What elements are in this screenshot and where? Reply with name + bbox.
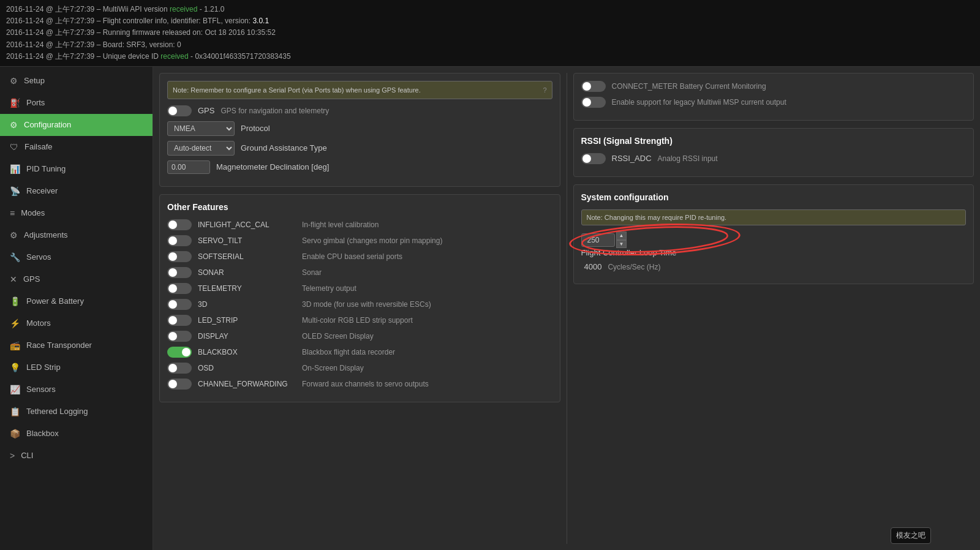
softserial-name: SOFTSERIAL [198,252,296,261]
osd-toggle[interactable] [167,363,192,374]
legacy-toggle[interactable] [581,97,606,108]
sidebar-label-setup: Setup [24,76,45,85]
sidebar-item-sensors[interactable]: 📈 Sensors [0,379,153,401]
feature-row-3d: 3D 3D mode (for use with reversible ESCs… [167,299,552,310]
sidebar: ⚙ Setup ⛽ Ports ⚙ Configuration 🛡 Failsa… [0,67,153,550]
protocol-label: Protocol [241,124,270,133]
other-features-section: Other Features INFLIGHT_ACC_CAL In-fligh… [159,194,560,402]
loop-time-input[interactable] [581,233,615,247]
sys-config-title: System configuration [581,192,967,202]
sidebar-label-led: LED Strip [26,363,61,372]
channel-fwd-name: CHANNEL_FORWARDING [198,380,296,388]
hz-row: 4000 Cycles/Sec (Hz) [581,262,967,271]
sidebar-item-led-strip[interactable]: 💡 LED Strip [0,356,153,379]
adjustments-icon: ⚙ [10,230,18,240]
gps-toggle-desc: GPS for navigation and telemetry [221,107,329,115]
sidebar-item-servos[interactable]: 🔧 Servos [0,246,153,268]
rssi-toggle[interactable] [581,153,606,164]
sidebar-item-race-transponder[interactable]: 📻 Race Transponder [0,334,153,356]
watermark: 模友之吧 [891,527,931,544]
ground-assist-label: Ground Assistance Type [241,143,327,153]
blackbox-icon: 📦 [10,429,20,439]
sidebar-label-configuration: Configuration [24,120,71,129]
channel-fwd-desc: Forward aux channels to servo outputs [302,380,429,388]
log-line-1: 2016-11-24 @ 上午7:27:39 – MultiWii API ve… [6,4,974,15]
rssi-desc: Analog RSSI input [658,154,718,163]
feature-row-inflight: INFLIGHT_ACC_CAL In-flight level calibra… [167,219,552,230]
sidebar-item-tethered-logging[interactable]: 📋 Tethered Logging [0,401,153,423]
sidebar-item-motors[interactable]: ⚡ Motors [0,312,153,334]
sonar-desc: Sonar [302,268,322,277]
sidebar-item-receiver[interactable]: 📡 Receiver [0,180,153,202]
servo-tilt-name: SERVO_TILT [198,236,296,245]
sidebar-label-sensors: Sensors [26,385,56,394]
loop-time-up-button[interactable]: ▲ [616,232,627,240]
sidebar-label-modes: Modes [21,208,45,217]
display-name: DISPLAY [198,332,296,341]
ground-assist-select[interactable]: Auto-detect None GPS GLONASS [167,141,235,156]
loop-time-down-button[interactable]: ▼ [616,240,627,249]
legacy-label: Enable support for legacy Multiwii MSP c… [612,98,786,107]
mag-dec-input[interactable] [167,160,210,174]
left-panel: Note: Remember to configure a Serial Por… [159,73,567,544]
sidebar-label-ports: Ports [26,98,45,107]
battery-toggle-row: CONNECT_METER Battery Current Monitoring [581,81,967,92]
sonar-toggle[interactable] [167,267,192,278]
sidebar-item-modes[interactable]: ≡ Modes [0,202,153,224]
display-toggle[interactable] [167,331,192,342]
servos-icon: 🔧 [10,252,20,262]
battery-section: CONNECT_METER Battery Current Monitoring… [573,73,974,121]
channel-fwd-toggle[interactable] [167,379,192,390]
battery-icon: 🔋 [10,296,20,306]
feature-row-osd: OSD On-Screen Display [167,363,552,374]
legacy-toggle-row: Enable support for legacy Multiwii MSP c… [581,97,967,108]
softserial-toggle[interactable] [167,251,192,262]
telemetry-toggle[interactable] [167,283,192,294]
sidebar-label-receiver: Receiver [26,186,58,195]
led-strip-desc: Multi-color RGB LED strip support [302,316,413,325]
sidebar-item-ports[interactable]: ⛽ Ports [0,92,153,114]
sidebar-item-blackbox[interactable]: 📦 Blackbox [0,423,153,445]
sidebar-item-configuration[interactable]: ⚙ Configuration [0,114,153,136]
sidebar-label-blackbox: Blackbox [26,429,59,438]
sidebar-item-setup[interactable]: ⚙ Setup [0,70,153,92]
feature-row-sonar: SONAR Sonar [167,267,552,278]
motors-icon: ⚡ [10,318,20,328]
sidebar-item-adjustments[interactable]: ⚙ Adjustments [0,224,153,246]
rssi-label: RSSI_ADC [612,154,652,163]
modes-icon: ≡ [10,208,15,218]
sys-note: Note: Changing this may require PID re-t… [581,209,967,225]
led-strip-feat-name: LED_STRIP [198,316,296,325]
inflight-name: INFLIGHT_ACC_CAL [198,220,296,229]
sidebar-label-power: Power & Battery [26,296,84,306]
blackbox-toggle[interactable] [167,347,192,358]
receiver-icon: 📡 [10,186,20,196]
feature-row-softserial: SOFTSERIAL Enable CPU based serial ports [167,251,552,262]
led-strip-toggle[interactable] [167,315,192,326]
loop-time-row: ▲ ▼ Flight Controller Loop Time [581,232,677,257]
sidebar-item-failsafe[interactable]: 🛡 Failsafe [0,136,153,158]
sidebar-item-cli[interactable]: > CLI [0,445,153,467]
loop-time-input-group: ▲ ▼ [581,232,677,248]
battery-toggle[interactable] [581,81,606,92]
transponder-icon: 📻 [10,341,20,350]
sidebar-item-gps[interactable]: ✕ GPS [0,268,153,290]
sidebar-label-failsafe: Failsafe [24,142,53,151]
content-area: Note: Remember to configure a Serial Por… [153,67,980,550]
protocol-select[interactable]: NMEA UBLOX MSP NAZA [167,121,235,136]
led-icon: 💡 [10,363,20,372]
sidebar-item-power-battery[interactable]: 🔋 Power & Battery [0,290,153,312]
sidebar-label-motors: Motors [26,318,51,328]
gps-section: Note: Remember to configure a Serial Por… [159,73,560,187]
feature-row-display: DISPLAY OLED Screen Display [167,331,552,342]
gps-toggle[interactable] [167,105,192,116]
servo-tilt-toggle[interactable] [167,235,192,246]
gps-note: Note: Remember to configure a Serial Por… [167,81,552,99]
sidebar-label-servos: Servos [26,252,51,262]
sidebar-item-pid-tuning[interactable]: 📊 PID Tuning [0,158,153,180]
3d-toggle[interactable] [167,299,192,310]
inflight-toggle[interactable] [167,219,192,230]
other-features-title: Other Features [167,202,552,212]
feature-row-servo-tilt: SERVO_TILT Servo gimbal (changes motor p… [167,235,552,246]
blackbox-feat-name: BLACKBOX [198,348,296,356]
